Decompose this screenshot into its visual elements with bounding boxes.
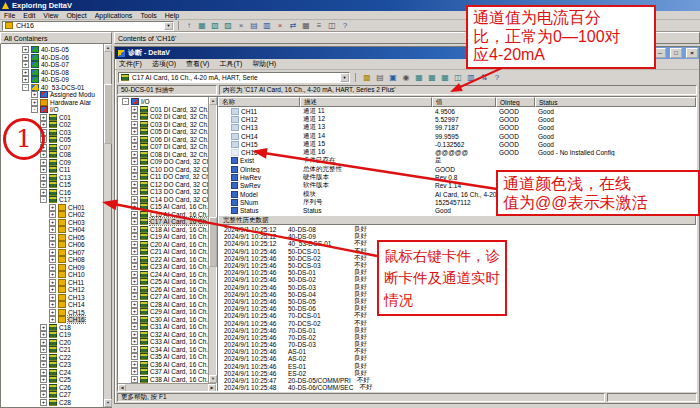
card-tree-item[interactable]: + C23 AI Card, 16 Ch. (119, 263, 208, 271)
card-tree-hscrollbar[interactable]: ◀ ▶ (118, 383, 216, 391)
menu-item[interactable]: 文件(F) (119, 59, 142, 69)
tree-item[interactable]: + C27 (1, 391, 103, 399)
menu-item[interactable]: Tools (140, 12, 156, 19)
help-icon[interactable]: ? (491, 72, 503, 83)
tree-item[interactable]: + CH13 (1, 294, 103, 302)
tree-item[interactable]: + 40-DS-06 (1, 54, 103, 62)
expand-toggle-icon[interactable]: + (49, 294, 56, 301)
large-icons-icon[interactable]: ▦ (300, 20, 312, 31)
expand-toggle-icon[interactable]: + (131, 121, 138, 128)
card-selector-combo[interactable]: C17 AI Card, 16 Ch., 4-20 mA, HART, Seri… (118, 72, 350, 83)
expand-toggle-icon[interactable]: + (40, 369, 47, 376)
card-tree-item[interactable]: + C01 DI Card, 32 Ch. (119, 106, 208, 114)
tree-item[interactable]: + C22 (1, 354, 103, 362)
history-row[interactable]: 2024/9/1 10:25:46 70-DS-02 良好 (218, 334, 696, 341)
expand-toggle-icon[interactable]: + (49, 249, 56, 256)
table-row[interactable]: Exist 卡件已存在 是 (218, 157, 696, 165)
expand-toggle-icon[interactable]: + (22, 69, 29, 76)
tree-item[interactable]: + 40-DS-09 (1, 76, 103, 84)
card-tree-item[interactable]: + C12 DO Card, 32 Ch. (119, 181, 208, 189)
menu-item[interactable]: 选项(O) (152, 59, 176, 69)
expand-toggle-icon[interactable]: + (31, 91, 38, 98)
expand-toggle-icon[interactable]: + (131, 353, 138, 360)
expand-toggle-icon[interactable]: + (40, 354, 47, 361)
expand-toggle-icon[interactable]: + (40, 376, 47, 383)
expand-toggle-icon[interactable]: + (49, 256, 56, 263)
expand-toggle-icon[interactable]: + (40, 151, 47, 158)
menu-item[interactable]: Applications (95, 12, 133, 19)
scroll-down-icon[interactable]: ▼ (104, 399, 112, 407)
tree-item[interactable]: + CH01 (1, 204, 103, 212)
card-tree-item[interactable]: + C10 DO Card, 32 Ch. (119, 166, 208, 174)
expand-toggle-icon[interactable]: + (131, 218, 138, 225)
expand-toggle-icon[interactable]: + (49, 219, 56, 226)
history-row[interactable]: 2024/9/1 10:25:47 20-DS-05/COMM/PRI 不好 (218, 377, 696, 384)
find-icon[interactable]: ◉ (400, 72, 412, 83)
card-tree-item[interactable]: + C26 AI Card, 16 Ch. (119, 286, 208, 294)
expand-toggle-icon[interactable]: + (40, 391, 47, 398)
expand-toggle-icon[interactable]: + (131, 301, 138, 308)
card-tree-item[interactable]: + C16 AI Card, 16 Ch. (119, 211, 208, 219)
expand-toggle-icon[interactable]: + (131, 106, 138, 113)
tree-item[interactable]: + 40-DS-05 (1, 46, 103, 54)
tree-item[interactable]: + CH06 (1, 241, 103, 249)
expand-toggle-icon[interactable]: + (40, 346, 47, 353)
left-tree-scrollbar[interactable]: ▲ ▼ (103, 44, 111, 407)
menu-item[interactable]: Edit (23, 12, 35, 19)
expand-toggle-icon[interactable]: + (22, 61, 29, 68)
tree-item[interactable]: + C16 (1, 189, 103, 197)
tree-item[interactable]: + C25 (1, 376, 103, 384)
tree-item[interactable]: - I/O (1, 106, 103, 114)
card-tree-item[interactable]: + C34 AI Card, 16 Ch. (119, 346, 208, 354)
menu-item[interactable]: 帮助(H) (252, 59, 276, 69)
card-tree-scrollbar[interactable]: ▲ ▼ (208, 97, 216, 383)
view-grid-icon-2[interactable]: ▦ (426, 72, 438, 83)
scroll-right-icon[interactable]: ▶ (208, 384, 216, 392)
history-row[interactable]: 2024/9/1 10:25:46 ES-01 良好 (218, 363, 696, 370)
expand-toggle-icon[interactable]: - (122, 98, 129, 105)
history-row[interactable]: 2024/9/1 10:25:46 AS-01 不好 (218, 348, 696, 355)
card-tree-item[interactable]: + C29 AI Card, 16 Ch. (119, 308, 208, 316)
expand-toggle-icon[interactable]: + (49, 316, 56, 323)
expand-toggle-icon[interactable]: + (131, 226, 138, 233)
view-grid-icon-3[interactable]: ▦ (439, 72, 451, 83)
expand-toggle-icon[interactable]: + (131, 308, 138, 315)
tree-item[interactable]: - C17 (1, 196, 103, 204)
chevron-down-icon[interactable]: ▼ (340, 73, 349, 82)
tree-item[interactable]: + CH02 (1, 211, 103, 219)
expand-toggle-icon[interactable]: + (131, 278, 138, 285)
card-tree-item[interactable]: + C22 AI Card, 16 Ch. (119, 256, 208, 264)
expand-toggle-icon[interactable]: + (131, 256, 138, 263)
card-tree-item[interactable]: + C06 DI Card, 32 Ch. (119, 136, 208, 144)
column-header-description[interactable]: 描述 (300, 97, 432, 107)
menu-item[interactable]: File (4, 12, 15, 19)
history-row[interactable]: 2024/9/1 10:25:46 70-DS-01 良好 (218, 327, 696, 334)
tree-item[interactable]: + Hardware Alar (1, 99, 103, 107)
tree-item[interactable]: + 40-DS-07 (1, 61, 103, 69)
tree-item[interactable]: + CH07 (1, 249, 103, 257)
menu-item[interactable]: Help (165, 12, 179, 19)
expand-toggle-icon[interactable]: + (40, 159, 47, 166)
tree-item[interactable]: + C26 (1, 384, 103, 392)
card-tree-item[interactable]: + C31 AI Card, 16 Ch. (119, 323, 208, 331)
expand-toggle-icon[interactable]: + (131, 143, 138, 150)
card-tree-item[interactable]: + C27 AI Card, 16 Ch. (119, 293, 208, 301)
sort-icon[interactable]: ⇅ (478, 72, 490, 83)
tree-item[interactable]: - 40_53-DCS-01 (1, 84, 103, 92)
expand-toggle-icon[interactable]: + (131, 293, 138, 300)
expand-toggle-icon[interactable]: + (131, 368, 138, 375)
close-button[interactable]: × (686, 48, 698, 58)
expand-toggle-icon[interactable]: + (131, 233, 138, 240)
expand-toggle-icon[interactable]: + (131, 113, 138, 120)
card-tree-item[interactable]: + C33 AI Card, 16 Ch. (119, 338, 208, 346)
expand-toggle-icon[interactable]: + (22, 76, 29, 83)
filter-icon[interactable]: ▥ (465, 72, 477, 83)
expand-toggle-icon[interactable]: + (49, 301, 56, 308)
history-row[interactable]: 2024/9/1 10:25:46 70-DS-03 良好 (218, 341, 696, 348)
card-tree-item[interactable]: + C24 AI Card, 16 Ch. (119, 271, 208, 279)
table-row[interactable]: CH15 通道 15 -0.132562 GOOD Good (218, 140, 696, 148)
expand-toggle-icon[interactable]: + (40, 361, 47, 368)
card-tree-item[interactable]: + C35 AI Card, 16 Ch. (119, 353, 208, 361)
expand-toggle-icon[interactable]: + (49, 241, 56, 248)
card-tree-item[interactable]: + C30 AI Card, 16 Ch. (119, 316, 208, 324)
